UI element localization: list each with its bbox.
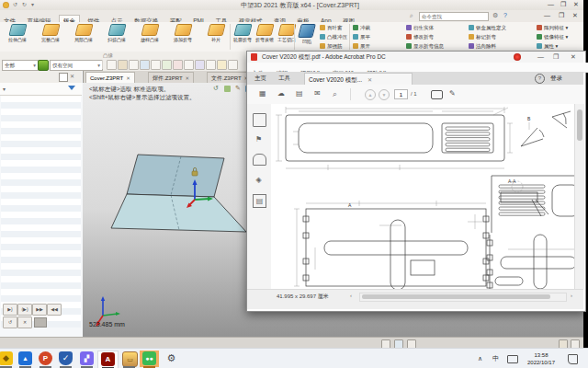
ribbon-settings-icon[interactable]: ⚙: [492, 12, 498, 19]
tab-tools[interactable]: 工具: [278, 72, 290, 84]
replay-forward-button[interactable]: ▶▶: [32, 304, 47, 316]
tab-document[interactable]: Cover V2020 模型... ✕: [304, 73, 413, 86]
bookmarks-icon[interactable]: ⚑: [253, 133, 265, 145]
layers-icon[interactable]: ◈: [253, 174, 265, 186]
manager-close-icon[interactable]: ✕: [70, 73, 74, 79]
ribbon-button-modify-bend[interactable]: 修改折弯: [406, 34, 434, 40]
action-center-icon[interactable]: [568, 354, 578, 364]
ribbon-button-partial-flange[interactable]: 局部凸缘: [68, 23, 99, 43]
da-pick-icon[interactable]: [129, 60, 139, 70]
email-icon[interactable]: ✉: [314, 89, 321, 98]
tray-show-hidden-icons[interactable]: ∧: [478, 355, 482, 362]
doc-minimize-button[interactable]: —: [544, 12, 550, 18]
da-layer-icon[interactable]: [184, 60, 194, 70]
ribbon-button-bend-info[interactable]: 显示折弯信息: [406, 43, 444, 50]
hscroll-right-arrow[interactable]: ›: [571, 293, 572, 298]
ribbon-button-swept-flange[interactable]: 扫掠凸缘: [101, 23, 132, 43]
sign-in-link[interactable]: 登录: [550, 72, 562, 84]
find-icon[interactable]: ⌕: [333, 89, 337, 98]
vscroll-thumb[interactable]: [577, 109, 582, 141]
zw3d-restore-button[interactable]: ❐: [560, 1, 566, 8]
taskbar-icon-acrobat[interactable]: A: [97, 351, 119, 368]
ribbon-button-lofted-flange[interactable]: 放样凸缘: [134, 23, 165, 43]
ribbon-button-properties[interactable]: 属性 ▾: [537, 43, 558, 50]
history-list[interactable]: [1, 96, 81, 328]
previous-page-icon[interactable]: ▲: [365, 89, 376, 100]
manager-dock-icon[interactable]: [59, 73, 68, 82]
pdf-page[interactable]: B A A-A: [271, 104, 574, 289]
ribbon-button-bend-taper[interactable]: 折弯拔锥: [254, 23, 276, 43]
ribbon-button-dimple[interactable]: 凹陷: [296, 23, 318, 45]
ribbon-button-sm-attributes[interactable]: 钣金属性定义: [469, 25, 506, 31]
ribbon-button-contour-bend[interactable]: 轮廓折弯: [232, 23, 254, 43]
replay-back-button[interactable]: ◀◀: [47, 304, 62, 316]
zw3d-minimize-button[interactable]: —: [548, 1, 554, 7]
taskbar-icon-settings[interactable]: ⚙: [162, 351, 181, 367]
acrobat-restore-button[interactable]: ❐: [553, 53, 559, 61]
replay-step-button[interactable]: ▶): [3, 304, 17, 316]
regen-icon[interactable]: [38, 60, 49, 71]
attachments-icon[interactable]: [253, 154, 266, 166]
ribbon-button-patch[interactable]: 补片: [200, 23, 232, 43]
sheet-metal-part[interactable]: [92, 138, 257, 253]
zw3d-close-button[interactable]: ✕: [573, 1, 579, 8]
tray-ime-indicator[interactable]: 中: [492, 354, 499, 363]
scope-combo[interactable]: 仅有空间▾: [50, 60, 103, 71]
ribbon-button-rib[interactable]: 加强筋: [320, 43, 343, 50]
da-settings-icon[interactable]: [228, 60, 238, 70]
doc-restore-button[interactable]: ❐: [559, 12, 564, 19]
ribbon-button-add-bend[interactable]: 添加折弯: [167, 23, 198, 43]
replay-refresh-button[interactable]: ↺: [3, 316, 17, 328]
da-undo-icon[interactable]: [151, 60, 161, 70]
da-copy-icon[interactable]: [107, 60, 117, 70]
acrobat-minimize-button[interactable]: —: [537, 53, 544, 60]
tab-home[interactable]: 主页: [254, 72, 266, 84]
da-redo-icon[interactable]: [162, 60, 172, 70]
doc-close-button[interactable]: ✕: [572, 12, 578, 19]
da-paste-icon[interactable]: [118, 60, 128, 70]
taskbar-icon-photos[interactable]: ▲: [16, 351, 35, 367]
ribbon-button-full-flange[interactable]: 完整凸缘: [35, 23, 66, 43]
da-pan-icon[interactable]: [217, 60, 227, 70]
filter-funnel-icon[interactable]: [68, 86, 75, 90]
ribbon-button-flatten[interactable]: 展平: [353, 34, 370, 40]
da-zoom-icon[interactable]: [206, 60, 216, 70]
ribbon-button-punch[interactable]: 凸模冲压: [320, 34, 347, 40]
hscroll-thumb[interactable]: [362, 294, 550, 299]
prompt-tool-icon[interactable]: [224, 86, 231, 92]
replay-swatch[interactable]: [34, 317, 47, 328]
ribbon-button-normal-remove[interactable]: 法向除料: [469, 43, 496, 50]
taskbar-icon-wechat[interactable]: ●●: [140, 351, 159, 367]
ribbon-button-unfold[interactable]: 展开: [353, 43, 370, 50]
ribbon-button-louver[interactable]: 百叶窗: [320, 25, 343, 31]
print-icon[interactable]: ▤: [296, 89, 303, 98]
fill-sign-pencil-icon[interactable]: ✎: [449, 89, 456, 98]
page-number-input[interactable]: [394, 89, 408, 99]
tree-expand-icon[interactable]: ▾: [3, 86, 6, 92]
tray-keyboard-icon[interactable]: [507, 355, 518, 363]
model-tree-icon[interactable]: ▤: [253, 194, 266, 208]
replay-cancel-button[interactable]: ✕: [17, 316, 32, 328]
acrobat-close-button[interactable]: ✕: [571, 53, 576, 61]
doc-tab-close-icon[interactable]: ✕: [186, 75, 190, 81]
ribbon-button-normal-cut[interactable]: 冲裁: [353, 25, 370, 31]
ribbon-help-icon[interactable]: ?: [503, 12, 507, 18]
da-erase-icon[interactable]: [140, 60, 150, 70]
ribbon-button-extrude-flange[interactable]: 拉伸凸缘: [2, 23, 33, 43]
help-circle-icon[interactable]: ?: [535, 74, 545, 84]
hscroll-left-arrow[interactable]: ‹: [350, 293, 352, 298]
ribbon-button-mark-bend[interactable]: 标记折弯: [469, 34, 496, 40]
taskbar-icon-app-yellow[interactable]: ◆: [0, 351, 16, 367]
ribbon-button-pattern[interactable]: 阵列特征 ▾: [537, 25, 568, 31]
pdf-vertical-scrollbar[interactable]: [574, 104, 584, 289]
qat-undo-icon[interactable]: ↺: [13, 1, 17, 7]
ribbon-button-derive-solid[interactable]: 衍生实体: [406, 25, 434, 31]
share-upload-icon[interactable]: ☁: [277, 89, 285, 98]
filter-combo[interactable]: 全部▾: [2, 60, 39, 71]
command-search-input[interactable]: [419, 12, 489, 21]
prompt-undo-icon[interactable]: ↺: [213, 85, 219, 92]
taskbar-icon-file-explorer[interactable]: ▭: [119, 351, 139, 367]
taskbar-icon-powerpoint[interactable]: P: [36, 351, 55, 367]
save-icon[interactable]: ▦: [259, 89, 266, 98]
next-page-icon[interactable]: ▼: [379, 89, 390, 100]
